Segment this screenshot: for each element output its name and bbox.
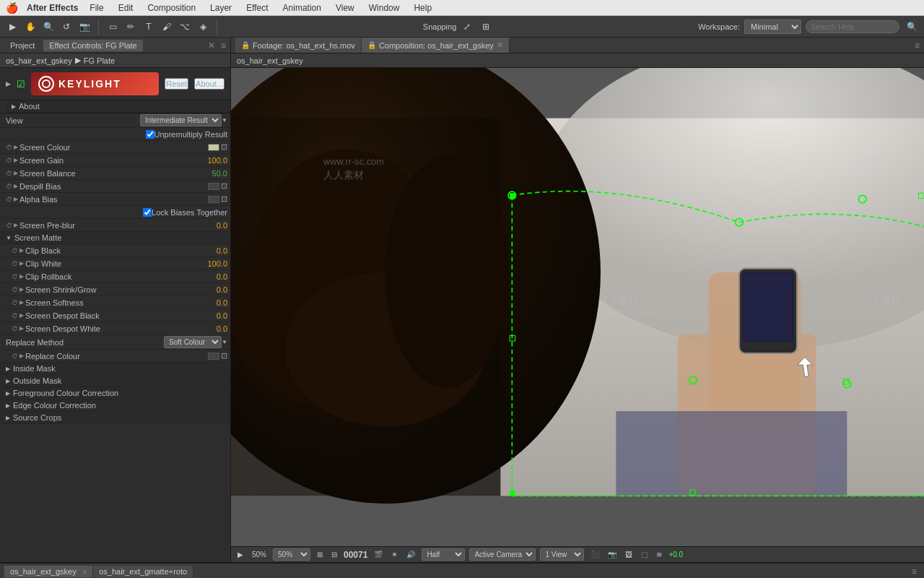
transparency-btn[interactable]: ⬚ bbox=[639, 550, 650, 559]
despot-white-value[interactable]: 0.0 bbox=[217, 324, 227, 333]
expand-alpha-bias[interactable]: ▶ bbox=[14, 196, 18, 202]
section-screen-matte[interactable]: ▼ Screen Matte bbox=[0, 232, 230, 244]
view-select[interactable]: 1 View2 Views4 Views bbox=[540, 548, 584, 561]
stopwatch-screen-preblur[interactable]: ⏱ bbox=[6, 222, 12, 229]
zoom-tool[interactable]: 🔍 bbox=[40, 19, 56, 35]
comp-tab-close-icon[interactable]: ✕ bbox=[497, 40, 503, 50]
timeline-tab-secondary[interactable]: os_hair_ext_gmatte+roto bbox=[93, 566, 193, 577]
screen-preblur-value[interactable]: 0.0 bbox=[217, 221, 227, 230]
alpha-bias-swatch[interactable] bbox=[208, 196, 219, 203]
section-source-crops[interactable]: ▶ Source Crops bbox=[0, 412, 230, 424]
menu-animation[interactable]: Animation bbox=[277, 1, 327, 14]
expand-screen-gain[interactable]: ▶ bbox=[14, 157, 18, 163]
replace-colour-dropper[interactable]: ⊡ bbox=[221, 351, 227, 361]
stopwatch-alpha-bias[interactable]: ⏱ bbox=[6, 196, 12, 203]
section-inside-mask[interactable]: ▶ Inside Mask bbox=[0, 363, 230, 375]
timeline-menu-icon[interactable]: ≡ bbox=[912, 566, 917, 577]
quality-select[interactable]: HalfFullQuarter bbox=[422, 548, 465, 561]
section-edge-colour[interactable]: ▶ Edge Colour Correction bbox=[0, 400, 230, 412]
about-toggle[interactable]: ▶ About bbox=[6, 100, 230, 113]
camera-select[interactable]: Active Camera bbox=[469, 548, 536, 561]
tab-composition[interactable]: 🔒 Composition: os_hair_ext_gskey ✕ bbox=[362, 38, 510, 53]
search-input[interactable] bbox=[806, 20, 899, 33]
snapping-btn[interactable]: ⤢ bbox=[459, 19, 475, 35]
about-button[interactable]: About... bbox=[194, 78, 225, 90]
menu-view[interactable]: View bbox=[330, 1, 360, 14]
tab-footage[interactable]: 🔒 Footage: os_hat_ext_hs.mov bbox=[235, 38, 362, 53]
expand-despot-white[interactable]: ▶ bbox=[19, 325, 24, 332]
screen-colour-swatch[interactable] bbox=[208, 144, 219, 151]
section-fg-colour[interactable]: ▶ Foreground Colour Correction bbox=[0, 387, 230, 400]
menu-layer[interactable]: Layer bbox=[204, 1, 237, 14]
render-btn[interactable]: ⬛ bbox=[588, 550, 601, 559]
puppet-tool[interactable]: ◈ bbox=[195, 19, 211, 35]
viewer-play-btn[interactable]: ▶ bbox=[235, 550, 245, 559]
reset-button[interactable]: Reset bbox=[165, 78, 188, 90]
stopwatch-screen-colour[interactable]: ⏱ bbox=[6, 144, 12, 151]
menu-window[interactable]: Window bbox=[363, 1, 406, 14]
expand-shrink-grow[interactable]: ▶ bbox=[19, 286, 24, 293]
expand-clip-white[interactable]: ▶ bbox=[19, 260, 24, 267]
frame-count-btn[interactable]: 🎬 bbox=[372, 550, 385, 559]
snapshot-btn[interactable]: 📷 bbox=[606, 550, 619, 559]
stopwatch-replace-colour[interactable]: ⏱ bbox=[12, 353, 18, 360]
camera-tool[interactable]: 📷 bbox=[77, 19, 92, 35]
softness-value[interactable]: 0.0 bbox=[217, 298, 227, 307]
stopwatch-clip-white[interactable]: ⏱ bbox=[12, 260, 18, 267]
replace-colour-swatch[interactable] bbox=[208, 353, 219, 360]
stopwatch-screen-gain[interactable]: ⏱ bbox=[6, 157, 12, 164]
replace-method-select[interactable]: Soft Colour Hard Colour None bbox=[164, 336, 222, 348]
pen-tool[interactable]: ✏ bbox=[123, 19, 139, 35]
stopwatch-despill-bias[interactable]: ⏱ bbox=[6, 183, 12, 190]
shrink-grow-value[interactable]: 0.0 bbox=[217, 285, 227, 294]
alpha-bias-dropper[interactable]: ⊡ bbox=[221, 194, 227, 204]
section-outside-mask[interactable]: ▶ Outside Mask bbox=[0, 375, 230, 387]
expand-screen-preblur[interactable]: ▶ bbox=[14, 222, 18, 228]
expand-screen-balance[interactable]: ▶ bbox=[14, 170, 18, 176]
stopwatch-softness[interactable]: ⏱ bbox=[12, 299, 18, 306]
menu-effect[interactable]: Effect bbox=[240, 1, 274, 14]
stopwatch-screen-balance[interactable]: ⏱ bbox=[6, 170, 12, 177]
hand-tool[interactable]: ✋ bbox=[22, 19, 38, 35]
lock-biases-checkbox[interactable] bbox=[143, 208, 152, 217]
stopwatch-clip-black[interactable]: ⏱ bbox=[12, 247, 18, 254]
brush-tool[interactable]: 🖌 bbox=[159, 19, 175, 35]
panel-close-icon[interactable]: ✕ bbox=[208, 40, 215, 51]
expand-replace-colour[interactable]: ▶ bbox=[19, 353, 24, 359]
despill-bias-dropper[interactable]: ⊡ bbox=[221, 181, 227, 191]
audio-btn[interactable]: 🔊 bbox=[404, 550, 417, 559]
fit-btn[interactable]: ⊞ bbox=[315, 550, 325, 559]
stopwatch-shrink-grow[interactable]: ⏱ bbox=[12, 286, 18, 293]
effect-toggle[interactable]: ▶ bbox=[6, 80, 11, 87]
comp-viewer[interactable]: www.rr-sc.com 人人素材 www.rr-sc.com 人人素材 WW… bbox=[231, 68, 924, 546]
unpremultiply-checkbox[interactable] bbox=[146, 130, 154, 139]
expand-clip-black[interactable]: ▶ bbox=[19, 247, 24, 254]
timeline-tab-main-close[interactable]: × bbox=[82, 567, 87, 576]
show-snapshot-btn[interactable]: 🖼 bbox=[623, 550, 635, 559]
prop-view-select[interactable]: Intermediate Result Final Result Source bbox=[140, 114, 222, 126]
screen-gain-value[interactable]: 100.0 bbox=[207, 156, 227, 165]
zoom-select[interactable]: 50%100%25% bbox=[273, 548, 310, 561]
panel-menu-icon[interactable]: ≡ bbox=[221, 40, 226, 51]
expand-despot-black[interactable]: ▶ bbox=[19, 312, 24, 319]
stopwatch-despot-black[interactable]: ⏱ bbox=[12, 312, 18, 319]
rect-tool[interactable]: ▭ bbox=[105, 19, 121, 35]
menu-file[interactable]: File bbox=[84, 1, 109, 14]
clip-rollback-value[interactable]: 0.0 bbox=[217, 272, 227, 281]
menu-edit[interactable]: Edit bbox=[113, 1, 139, 14]
clip-black-value[interactable]: 0.0 bbox=[217, 246, 227, 255]
tab-effect-controls[interactable]: Effect Controls: FG Plate bbox=[43, 40, 142, 51]
motion-blur-btn[interactable]: ≋ bbox=[654, 550, 664, 559]
snap-toggle[interactable]: ⊞ bbox=[478, 19, 494, 35]
despot-black-value[interactable]: 0.0 bbox=[217, 311, 227, 320]
select-tool[interactable]: ▶ bbox=[4, 19, 20, 35]
clip-white-value[interactable]: 100.0 bbox=[207, 259, 227, 268]
clone-tool[interactable]: ⌥ bbox=[177, 19, 193, 35]
safe-margins-btn[interactable]: ⊟ bbox=[329, 550, 339, 559]
rotate-tool[interactable]: ↺ bbox=[58, 19, 74, 35]
expand-clip-rollback[interactable]: ▶ bbox=[19, 273, 24, 280]
effect-enable-checkbox[interactable]: ☑ bbox=[17, 79, 25, 90]
text-tool[interactable]: T bbox=[141, 19, 157, 35]
timeline-tab-main[interactable]: os_hair_ext_gskey × bbox=[4, 566, 93, 577]
search-icon[interactable]: 🔍 bbox=[904, 19, 920, 35]
